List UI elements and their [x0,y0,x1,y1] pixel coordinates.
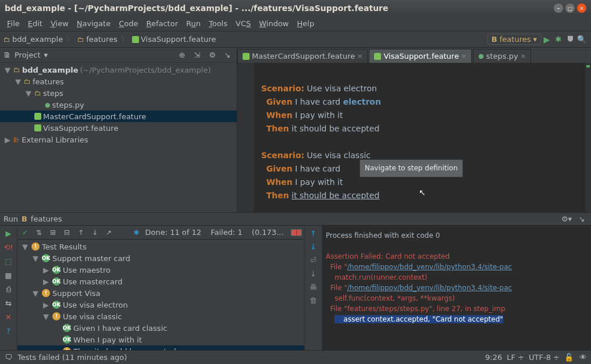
menu-help[interactable]: Help [294,18,318,29]
clear-icon[interactable]: 🗑 [309,296,317,305]
soft-wrap-icon[interactable]: ⏎ [310,256,316,265]
menu-run[interactable]: Run [183,18,204,29]
expand-toggle[interactable]: ▼ [5,66,12,74]
menu-file[interactable]: File [3,18,23,29]
step-link[interactable]: it should be accepted [291,191,379,200]
file-link[interactable]: /home/filippov/bdd_venv/lib/python3.4/si… [347,263,512,271]
export-results-icon[interactable]: ↗ [104,227,114,238]
tree-row[interactable]: ▼🗀 bdd_example (~/PycharmProjects/bdd_ex… [0,64,237,76]
tree-row[interactable]: ▼🗀 steps [0,87,237,99]
tree-row[interactable]: ▼🗀 features [0,76,237,87]
collapse-all-icon[interactable]: ⊟ [62,227,72,238]
readonly-toggle-icon[interactable]: 🔓 [564,353,574,362]
status-icon[interactable]: 🗨 [3,353,13,362]
menu-vcs[interactable]: VCS [232,18,254,29]
caret-position[interactable]: 9:26 [485,353,502,362]
tree-row[interactable]: MasterCardSupport.feature [0,110,237,122]
sort-icon[interactable]: ⇅ [34,227,44,238]
menu-view[interactable]: View [47,18,72,29]
close-icon[interactable]: × [461,52,467,60]
scroll-to-end-icon[interactable]: ⤓ [310,269,316,278]
test-tree-row[interactable]: ! Then it should be accepted [17,345,304,350]
hide-panel-icon[interactable]: ↘ [576,213,588,225]
expand-toggle[interactable]: ▶ [43,266,50,274]
stop-button[interactable]: ■ [3,270,14,280]
hide-panel-icon[interactable]: ↘ [222,49,233,61]
tree-row[interactable]: VisaSupport.feature [0,122,237,134]
menu-edit[interactable]: Edit [24,18,46,29]
test-tree-row[interactable]: ▶OK Use mastercard [17,276,304,287]
test-tree-row[interactable]: ▶OK Use visa electron [17,299,304,311]
show-passed-icon[interactable]: ✓ [20,227,30,238]
test-tree[interactable]: ▼! Test Results▼OK Support master card▶O… [17,240,304,350]
menu-window[interactable]: Window [255,18,292,29]
code-editor[interactable]: Scenario: Use visa electron Given I have… [237,63,591,212]
menu-code[interactable]: Code [115,18,141,29]
test-tree-row[interactable]: ▼OK Support master card [17,252,304,264]
gear-icon[interactable]: ⚙▾ [561,213,572,225]
scroll-down-icon[interactable]: ↓ [310,242,316,251]
settings-icon[interactable]: ✱ [131,227,141,238]
file-encoding[interactable]: UTF-8 ÷ [529,353,560,362]
expand-toggle[interactable]: ▼ [22,242,29,251]
restore-layout-button[interactable]: ⇆ [3,298,14,308]
breadcrumb-item[interactable]: 🗀features [77,35,118,44]
breadcrumb-item[interactable]: VisaSupport.feature [132,35,216,44]
next-failed-icon[interactable]: ↓ [90,227,100,238]
editor-tab[interactable]: MasterCardSupport.feature× [237,49,368,63]
dump-threads-button[interactable]: ⎙ [3,284,14,294]
test-tree-row[interactable]: ▶OK Use maestro [17,264,304,276]
chevron-down-icon[interactable]: ▾ [44,51,48,59]
expand-toggle[interactable]: ▼ [26,89,33,98]
test-tree-row[interactable]: ▼! Test Results [17,241,304,252]
coverage-button[interactable]: ⛊ [564,34,576,45]
expand-toggle[interactable]: ▶ [43,277,50,286]
debug-button[interactable]: ✱ [553,34,564,45]
pin-tab-button[interactable]: ✕ [3,312,14,322]
window-maximize-button[interactable]: ◻ [565,3,575,13]
collapse-all-icon[interactable]: ⇲ [191,49,203,61]
run-button[interactable]: ▶ [541,34,553,45]
menu-refactor[interactable]: Refactor [143,18,181,29]
print-icon[interactable]: 🖶 [309,283,317,291]
scroll-up-icon[interactable]: ↑ [310,229,316,238]
expand-toggle[interactable]: ▶ [43,301,50,309]
test-tree-row[interactable]: ▼! Use visa classic [17,311,304,322]
close-icon[interactable]: × [357,52,362,60]
close-icon[interactable]: × [521,52,526,60]
file-link[interactable]: /home/filippov/bdd_venv/lib/python3.4/si… [347,284,512,292]
test-tree-row[interactable]: OK When I pay with it [17,334,304,345]
toggle-autotest-button[interactable]: ⬚ [3,256,14,266]
expand-all-icon[interactable]: ⊞ [48,227,58,238]
scroll-to-source-icon[interactable]: ⊕ [176,49,188,61]
menu-tools[interactable]: Tools [205,18,231,29]
expand-toggle[interactable]: ▼ [15,77,22,86]
rerun-button[interactable]: ▶ [3,228,14,238]
breadcrumb-item[interactable]: 🗀bdd_example [3,35,63,44]
prev-failed-icon[interactable]: ↑ [76,227,86,238]
run-tab-label[interactable]: Run [3,215,18,223]
project-tree[interactable]: ▼🗀 bdd_example (~/PycharmProjects/bdd_ex… [0,63,237,212]
line-separator[interactable]: LF ÷ [507,353,524,362]
editor-tab[interactable]: VisaSupport.feature× [369,49,472,63]
hector-icon[interactable]: 👁 [578,353,588,362]
console-output[interactable]: Process finished with exit code 0 Assert… [322,226,591,350]
test-tree-row[interactable]: OK Given I have card classic [17,322,304,334]
expand-toggle[interactable]: ▼ [43,312,50,321]
expand-toggle[interactable]: ▼ [33,254,40,263]
run-config-selector[interactable]: B features ▾ [487,34,541,45]
window-minimize-button[interactable]: – [554,3,563,13]
rerun-failed-button[interactable]: ⟲! [3,242,14,252]
editor-tab[interactable]: ●steps.py× [473,49,531,63]
help-button[interactable]: ? [3,326,14,336]
expand-toggle[interactable]: ▼ [33,289,40,298]
expand-toggle[interactable]: ▶ [5,135,12,144]
error-stripe[interactable] [585,63,591,212]
tree-row[interactable]: ● steps.py [0,99,237,110]
tree-row[interactable]: ▶⊪ External Libraries [0,134,237,145]
test-tree-row[interactable]: ▼! Support Visa [17,287,304,299]
project-view-icon[interactable]: 🗎 [3,51,11,59]
search-everywhere-button[interactable]: 🔍 [576,34,588,45]
window-close-button[interactable]: ✕ [577,3,586,13]
menu-navigate[interactable]: Navigate [73,18,114,29]
